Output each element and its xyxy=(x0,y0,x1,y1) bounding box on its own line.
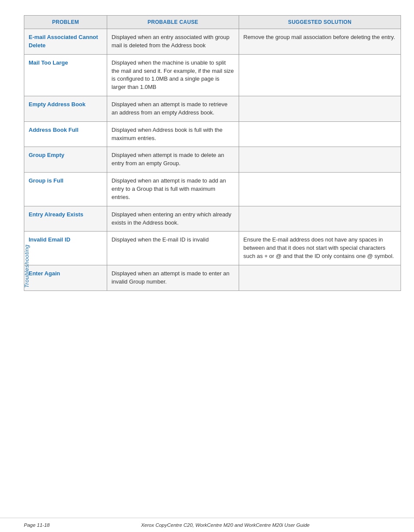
problem-cell: Empty Address Book xyxy=(24,96,107,122)
problem-cell: Enter Again xyxy=(24,265,107,290)
table-row: E-mail Associated Cannot DeleteDisplayed… xyxy=(24,29,401,55)
problem-cell: Address Book Full xyxy=(24,121,107,147)
solution-cell xyxy=(239,265,401,290)
cause-cell: Displayed when entering an entry which a… xyxy=(107,206,239,232)
problem-cell: Entry Already Exists xyxy=(24,206,107,232)
cause-cell: Displayed when attempt is made to delete… xyxy=(107,147,239,173)
solution-cell xyxy=(239,54,401,96)
solution-cell xyxy=(239,96,401,122)
problem-cell: E-mail Associated Cannot Delete xyxy=(24,29,107,55)
cause-cell: Displayed when an attempt is made to ent… xyxy=(107,265,239,290)
cause-cell: Displayed when an attempt is made to ret… xyxy=(107,96,239,122)
table-row: Mail Too LargeDisplayed when the machine… xyxy=(24,54,401,96)
problem-cell: Group is Full xyxy=(24,173,107,206)
solution-cell: Ensure the E-mail address does not have … xyxy=(239,232,401,265)
problem-cell: Group Empty xyxy=(24,147,107,173)
troubleshooting-table: PROBLEM PROBABLE CAUSE SUGGESTED SOLUTIO… xyxy=(24,15,401,291)
cause-cell: Displayed when an attempt is made to add… xyxy=(107,173,239,206)
cause-cell: Displayed when Address book is full with… xyxy=(107,121,239,147)
problem-cell: Mail Too Large xyxy=(24,54,107,96)
col-header-solution: SUGGESTED SOLUTION xyxy=(239,16,401,29)
problem-cell: Invalid Email ID xyxy=(24,232,107,265)
solution-cell xyxy=(239,173,401,206)
cause-cell: Displayed when the E-mail ID is invalid xyxy=(107,232,239,265)
table-row: Enter AgainDisplayed when an attempt is … xyxy=(24,265,401,290)
footer-title: Xerox CopyCentre C20, WorkCentre M20 and… xyxy=(141,522,310,528)
col-header-problem: PROBLEM xyxy=(24,16,107,29)
cause-cell: Displayed when an entry associated with … xyxy=(107,29,239,55)
table-row: Address Book FullDisplayed when Address … xyxy=(24,121,401,147)
sidebar-label: Troubleshooting xyxy=(23,245,30,288)
col-header-cause: PROBABLE CAUSE xyxy=(107,16,239,29)
table-row: Group EmptyDisplayed when attempt is mad… xyxy=(24,147,401,173)
table-row: Invalid Email IDDisplayed when the E-mai… xyxy=(24,232,401,265)
solution-cell xyxy=(239,147,401,173)
solution-cell xyxy=(239,121,401,147)
table-row: Entry Already ExistsDisplayed when enter… xyxy=(24,206,401,232)
cause-cell: Displayed when the machine is unable to … xyxy=(107,54,239,96)
solution-cell xyxy=(239,206,401,232)
table-row: Empty Address BookDisplayed when an atte… xyxy=(24,96,401,122)
table-row: Group is FullDisplayed when an attempt i… xyxy=(24,173,401,206)
solution-cell: Remove the group mail association before… xyxy=(239,29,401,55)
footer-page-number: Page 11-18 xyxy=(24,522,49,528)
